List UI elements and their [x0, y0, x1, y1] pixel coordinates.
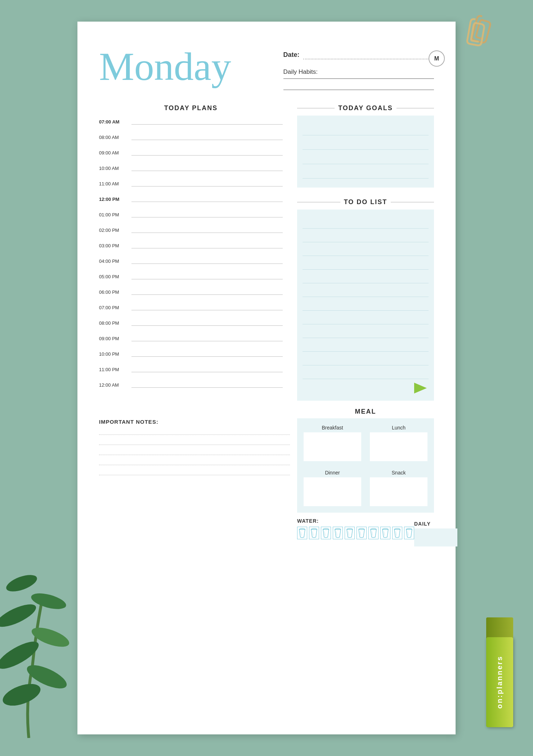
meal-lunch-content: [370, 432, 427, 461]
time-label-8: 03:00 PM: [99, 243, 130, 248]
time-slots-container: 07:00 AM08:00 AM09:00 AM10:00 AM11:00 AM…: [99, 119, 283, 388]
time-slot-6: 01:00 PM: [99, 212, 283, 217]
meal-cell-dinner: Dinner: [301, 467, 364, 509]
time-line-17: [131, 382, 283, 388]
main-content: TODAY PLANS 07:00 AM08:00 AM09:00 AM10:0…: [99, 104, 434, 401]
date-row: Date: M: [283, 50, 434, 59]
meal-snack-content: [370, 477, 427, 506]
time-line-16: [131, 367, 283, 372]
flag-container: [303, 383, 429, 395]
time-slot-3: 10:00 AM: [99, 166, 283, 171]
time-slot-14: 09:00 PM: [99, 336, 283, 341]
water-glass-8: [392, 527, 402, 539]
goals-box: [297, 116, 434, 188]
time-line-9: [131, 258, 283, 264]
meal-cell-breakfast: Breakfast: [301, 422, 364, 464]
time-label-14: 09:00 PM: [99, 336, 130, 341]
time-slot-4: 11:00 AM: [99, 181, 283, 186]
time-line-12: [131, 305, 283, 310]
svg-point-0: [0, 680, 43, 710]
time-label-7: 02:00 PM: [99, 228, 130, 233]
todo-line-left: [297, 202, 340, 202]
todo-box: [297, 210, 434, 401]
time-line-6: [131, 212, 283, 217]
daily-box: [414, 528, 457, 546]
daily-section: DAILY: [414, 521, 457, 546]
time-slot-16: 11:00 PM: [99, 367, 283, 372]
daily-label: DAILY: [414, 521, 457, 527]
time-label-10: 05:00 PM: [99, 274, 130, 279]
time-line-7: [131, 228, 283, 233]
date-line: [303, 52, 434, 59]
time-label-4: 11:00 AM: [99, 181, 130, 186]
goals-line-left: [297, 108, 335, 108]
time-slot-10: 05:00 PM: [99, 274, 283, 279]
bottom-section: IMPORTANT NOTES: MEAL Breakfast Lunch: [99, 408, 434, 546]
notes-line-1: [99, 428, 290, 435]
brand-label: on:planners: [496, 656, 504, 708]
time-slot-11: 06:00 PM: [99, 289, 283, 295]
svg-point-4: [0, 600, 39, 631]
header-right: Date: M Daily Habits:: [283, 43, 434, 90]
meal-cell-snack: Snack: [367, 467, 430, 509]
time-label-15: 10:00 PM: [99, 351, 130, 357]
time-line-11: [131, 289, 283, 295]
habits-line-2: [283, 90, 434, 90]
date-section: Date: M: [283, 50, 434, 59]
brand-container: on:planners: [486, 637, 513, 727]
notes-line-5: [99, 468, 290, 475]
notes-line-3: [99, 448, 290, 455]
time-line-3: [131, 166, 283, 171]
time-line-10: [131, 274, 283, 279]
time-line-5: [131, 197, 283, 202]
time-slot-17: 12:00 AM: [99, 382, 283, 388]
today-plans-title: TODAY PLANS: [99, 104, 283, 112]
meal-title: MEAL: [297, 408, 434, 415]
time-line-1: [131, 135, 283, 140]
day-title: Monday: [99, 47, 231, 86]
time-label-13: 08:00 PM: [99, 320, 130, 326]
time-line-13: [131, 320, 283, 326]
water-glass-5: [357, 527, 367, 539]
important-notes-label: IMPORTANT NOTES:: [99, 419, 290, 425]
important-notes-section: IMPORTANT NOTES:: [99, 419, 290, 475]
water-glass-3: [333, 527, 343, 539]
time-label-11: 06:00 PM: [99, 289, 130, 295]
time-label-16: 11:00 PM: [99, 367, 130, 372]
meal-snack-label: Snack: [370, 470, 427, 476]
time-label-17: 12:00 AM: [99, 382, 130, 388]
water-glass-2: [321, 527, 331, 539]
planner-paper: Monday Date: M Daily Habits: TODAY PLANS: [77, 22, 456, 734]
time-label-12: 07:00 PM: [99, 305, 130, 310]
meal-breakfast-content: [304, 432, 361, 461]
time-label-6: 01:00 PM: [99, 212, 130, 217]
title-container: Monday: [99, 43, 231, 86]
time-line-8: [131, 243, 283, 248]
todo-header: TO DO LIST: [297, 198, 434, 206]
meal-dinner-content: [304, 477, 361, 506]
time-line-4: [131, 181, 283, 186]
time-line-15: [131, 351, 283, 357]
water-section: WATER:: [297, 518, 434, 546]
time-label-3: 10:00 AM: [99, 166, 130, 171]
today-goals-title: TODAY GOALS: [338, 104, 393, 112]
water-glass-1: [309, 527, 319, 539]
time-label-0: 07:00 AM: [99, 119, 130, 125]
water-left: WATER:: [297, 518, 414, 539]
daily-habits-section: Daily Habits:: [283, 68, 434, 90]
meal-cell-lunch: Lunch: [367, 422, 430, 464]
header-section: Monday Date: M Daily Habits:: [99, 43, 434, 90]
meal-dinner-label: Dinner: [304, 470, 361, 476]
time-slot-2: 09:00 AM: [99, 150, 283, 156]
svg-point-6: [4, 572, 39, 595]
water-glass-7: [380, 527, 390, 539]
time-line-14: [131, 336, 283, 341]
time-slot-7: 02:00 PM: [99, 228, 283, 233]
todo-section: TO DO LIST: [297, 198, 434, 401]
time-slot-0: 07:00 AM: [99, 119, 283, 125]
time-line-2: [131, 150, 283, 156]
flag-icon: [414, 383, 429, 395]
time-slot-1: 08:00 AM: [99, 135, 283, 140]
water-glasses: [297, 527, 414, 539]
time-slot-13: 08:00 PM: [99, 320, 283, 326]
